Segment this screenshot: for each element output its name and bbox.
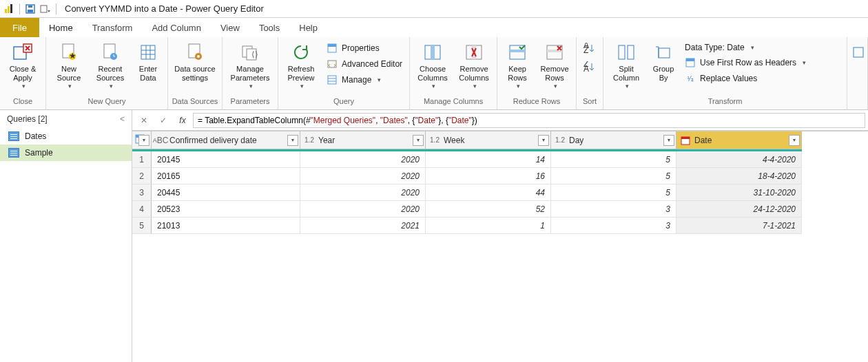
- group-label-parameters: Parameters: [223, 97, 278, 109]
- cell-confirmed[interactable]: 20523: [152, 201, 300, 217]
- split-column-button[interactable]: SplitColumn: [606, 40, 646, 89]
- cell-year[interactable]: 2020: [300, 168, 426, 184]
- sort-asc-button[interactable]: AZ: [583, 43, 596, 56]
- recent-sources-label: RecentSources: [96, 65, 124, 83]
- group-parameters: ⟨⟩ ManageParameters Parameters: [223, 37, 278, 109]
- tab-home[interactable]: Home: [39, 18, 83, 37]
- replace-values-button[interactable]: ¹⁄₂Replace Values: [681, 72, 810, 85]
- first-row-headers-button[interactable]: Use First Row as Headers: [681, 56, 810, 70]
- row-number[interactable]: 2: [132, 168, 152, 184]
- col-header-date[interactable]: Date▾: [676, 131, 802, 149]
- col-header-year[interactable]: 1.2Year▾: [300, 131, 426, 149]
- choose-columns-button[interactable]: ChooseColumns: [413, 40, 453, 89]
- choose-columns-label: ChooseColumns: [417, 65, 447, 83]
- tab-tools[interactable]: Tools: [249, 18, 289, 37]
- cell-year[interactable]: 2020: [300, 184, 426, 201]
- accept-formula-icon[interactable]: ✓: [154, 112, 172, 129]
- cell-date[interactable]: 4-4-2020: [676, 151, 802, 168]
- tab-help[interactable]: Help: [289, 18, 327, 37]
- manage-button[interactable]: Manage: [322, 73, 406, 87]
- row-number[interactable]: 3: [132, 184, 152, 201]
- formula-bar: ✕ ✓ fx = Table.ExpandTableColumn(#"Merge…: [132, 110, 868, 131]
- query-item-sample[interactable]: Sample: [0, 145, 132, 161]
- col-header-confirmed[interactable]: ABCConfirmed delivery date▾: [152, 131, 300, 149]
- cancel-formula-icon[interactable]: ✕: [135, 112, 153, 129]
- overflow-1[interactable]: [850, 40, 867, 63]
- svg-rect-33: [466, 45, 482, 59]
- query-item-label: Sample: [25, 148, 53, 158]
- remove-rows-button[interactable]: RemoveRows: [536, 40, 573, 89]
- cell-week[interactable]: 16: [426, 168, 551, 184]
- row-number[interactable]: 1: [132, 151, 152, 168]
- keep-rows-button[interactable]: KeepRows: [500, 40, 535, 89]
- cell-confirmed[interactable]: 21013: [152, 217, 300, 234]
- window-title: Convert YYMMD into a Date - Power Query …: [65, 3, 264, 14]
- cell-date[interactable]: 18-4-2020: [676, 168, 802, 184]
- col-header-week[interactable]: 1.2Week▾: [426, 131, 551, 149]
- cell-year[interactable]: 2020: [300, 201, 426, 217]
- cell-week[interactable]: 1: [426, 217, 551, 234]
- remove-columns-button[interactable]: RemoveColumns: [454, 40, 494, 89]
- svg-text:Z: Z: [583, 45, 588, 54]
- svg-rect-2: [10, 4, 12, 13]
- group-by-button[interactable]: GroupBy: [648, 40, 679, 83]
- table-menu-icon[interactable]: ▾: [138, 135, 149, 146]
- tab-view[interactable]: View: [211, 18, 249, 37]
- sort-desc-button[interactable]: ZA: [583, 61, 596, 74]
- save-icon[interactable]: [23, 1, 38, 17]
- data-source-settings-button[interactable]: Data sourcesettings: [171, 40, 219, 83]
- cell-week[interactable]: 44: [426, 184, 551, 201]
- cell-date[interactable]: 31-10-2020: [676, 184, 802, 201]
- tab-transform[interactable]: Transform: [83, 18, 143, 37]
- svg-text:Z: Z: [583, 61, 588, 69]
- cell-day[interactable]: 5: [551, 168, 676, 184]
- svg-rect-12: [104, 44, 115, 58]
- new-source-button[interactable]: ★ NewSource: [49, 40, 89, 89]
- data-type-button[interactable]: Data Type: Date: [681, 41, 810, 54]
- recent-sources-button[interactable]: RecentSources: [90, 40, 130, 89]
- cell-week[interactable]: 52: [426, 201, 551, 217]
- undo-dropdown-icon[interactable]: [38, 1, 53, 17]
- cell-year[interactable]: 2020: [300, 151, 426, 168]
- advanced-editor-button[interactable]: Advanced Editor: [322, 57, 406, 71]
- row-number[interactable]: 5: [132, 217, 152, 234]
- filter-icon[interactable]: ▾: [663, 135, 674, 146]
- manage-parameters-button[interactable]: ⟨⟩ ManageParameters: [225, 40, 275, 89]
- cell-confirmed[interactable]: 20445: [152, 184, 300, 201]
- svg-rect-22: [242, 46, 252, 57]
- col-header-day[interactable]: 1.2Day▾: [551, 131, 676, 149]
- filter-icon[interactable]: ▾: [789, 135, 800, 146]
- properties-label: Properties: [342, 43, 380, 53]
- close-apply-button[interactable]: Close &Apply: [3, 40, 43, 89]
- cell-day[interactable]: 3: [551, 217, 676, 234]
- refresh-preview-button[interactable]: RefreshPreview: [281, 40, 321, 89]
- properties-button[interactable]: Properties: [322, 41, 406, 55]
- ribbon: Close &Apply Close ★ NewSource RecentSou…: [0, 37, 868, 110]
- fx-icon[interactable]: fx: [174, 112, 192, 129]
- cell-date[interactable]: 24-12-2020: [676, 201, 802, 217]
- cell-week[interactable]: 14: [426, 151, 551, 168]
- svg-rect-8: [23, 44, 32, 52]
- filter-icon[interactable]: ▾: [287, 135, 298, 146]
- filter-icon[interactable]: ▾: [538, 135, 549, 146]
- cell-day[interactable]: 5: [551, 151, 676, 168]
- cell-day[interactable]: 3: [551, 201, 676, 217]
- query-item-dates[interactable]: Dates: [0, 128, 132, 145]
- col-header-label: Day: [569, 136, 583, 145]
- filter-icon[interactable]: ▾: [413, 135, 424, 146]
- group-label-data-sources: Data Sources: [168, 97, 222, 109]
- enter-data-button[interactable]: EnterData: [132, 40, 165, 83]
- queries-header[interactable]: Queries [2] <: [0, 110, 132, 128]
- formula-input[interactable]: = Table.ExpandTableColumn(#"Merged Queri…: [193, 113, 865, 128]
- cell-day[interactable]: 5: [551, 184, 676, 201]
- collapse-icon[interactable]: <: [120, 114, 125, 124]
- cell-confirmed[interactable]: 20145: [152, 151, 300, 168]
- tab-add-column[interactable]: Add Column: [142, 18, 211, 37]
- tab-file[interactable]: File: [0, 18, 39, 37]
- row-number[interactable]: 4: [132, 201, 152, 217]
- table-corner[interactable]: ▾: [132, 131, 152, 149]
- cell-year[interactable]: 2021: [300, 217, 426, 234]
- main: Queries [2] < Dates Sample ✕ ✓ fx = Tabl…: [0, 110, 868, 362]
- cell-date[interactable]: 7-1-2021: [676, 217, 802, 234]
- cell-confirmed[interactable]: 20165: [152, 168, 300, 184]
